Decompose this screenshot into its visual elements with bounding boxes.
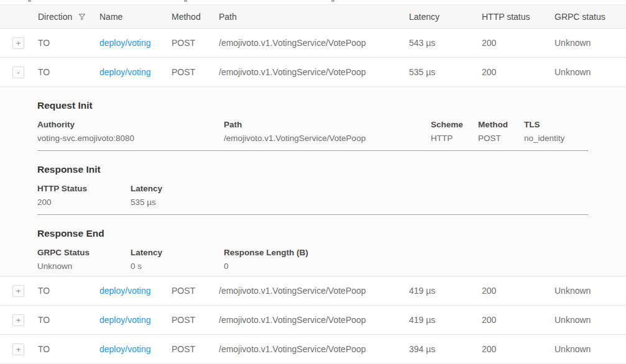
field-response-length: Response Length (B) 0: [224, 248, 626, 271]
field-scheme: Scheme HTTP: [431, 120, 478, 143]
method-cell: POST: [172, 67, 219, 77]
resource-link[interactable]: deploy/voting: [99, 315, 151, 325]
path-cell: /emojivoto.v1.VotingService/VotePoop: [219, 315, 409, 325]
table-row: + TO deploy/voting POST /emojivoto.v1.Vo…: [0, 306, 626, 335]
resource-link[interactable]: deploy/voting: [99, 286, 151, 296]
grpc-status-cell: Unknown: [555, 344, 626, 354]
section-title: Response End: [37, 227, 626, 240]
http-status-cell: 200: [482, 38, 555, 48]
latency-cell: 394 µs: [409, 344, 482, 354]
expand-row-button[interactable]: +: [12, 285, 24, 297]
path-cell: /emojivoto.v1.VotingService/VotePoop: [219, 286, 409, 296]
resource-link[interactable]: deploy/voting: [99, 67, 151, 77]
direction-cell: TO: [38, 315, 99, 325]
collapse-row-button[interactable]: -: [12, 66, 24, 78]
grpc-status-cell: Unknown: [555, 38, 626, 48]
field-value: 535 µs: [131, 198, 626, 207]
column-header-http-status: HTTP status: [482, 12, 555, 22]
field-method: Method POST: [478, 120, 524, 143]
path-cell: /emojivoto.v1.VotingService/VotePoop: [219, 38, 409, 48]
clipped-content-above: [0, 0, 626, 4]
grpc-status-cell: Unknown: [555, 315, 626, 325]
filter-icon[interactable]: [78, 12, 86, 21]
field-label: TLS: [524, 120, 626, 129]
http-status-cell: 200: [482, 67, 555, 77]
request-init-section: Request Init Authority voting-svc.emojiv…: [37, 87, 626, 151]
field-value: 0: [224, 262, 626, 271]
field-value: HTTP: [431, 134, 478, 143]
column-header-name: Name: [99, 12, 172, 22]
latency-cell: 543 µs: [409, 38, 482, 48]
field-label: HTTP Status: [37, 184, 131, 193]
field-value: 200: [37, 198, 131, 207]
method-cell: POST: [172, 38, 219, 48]
path-cell: /emojivoto.v1.VotingService/VotePoop: [219, 67, 409, 77]
field-label: GRPC Status: [37, 248, 131, 257]
direction-cell: TO: [38, 38, 99, 48]
field-http-status: HTTP Status 200: [37, 184, 131, 207]
direction-cell: TO: [38, 67, 99, 77]
field-value: /emojivoto.v1.VotingService/VotePoop: [224, 134, 431, 143]
table-row-expanded: - TO deploy/voting POST /emojivoto.v1.Vo…: [0, 58, 626, 87]
field-label: Scheme: [431, 120, 478, 129]
latency-cell: 419 µs: [409, 286, 482, 296]
column-header-grpc-status: GRPC status: [555, 12, 626, 22]
section-title: Response Init: [37, 163, 626, 176]
field-latency: Latency 0 s: [131, 248, 224, 271]
expand-row-button[interactable]: +: [12, 344, 24, 355]
http-status-cell: 200: [482, 286, 555, 296]
expand-row-button[interactable]: +: [12, 37, 24, 49]
column-header-latency: Latency: [409, 12, 482, 22]
field-value: 0 s: [131, 262, 224, 271]
request-detail-panel: Request Init Authority voting-svc.emojiv…: [0, 87, 626, 276]
field-label: Method: [478, 120, 524, 129]
column-header-direction: Direction: [38, 12, 99, 22]
field-label: Response Length (B): [224, 248, 626, 257]
latency-cell: 535 µs: [409, 67, 482, 77]
path-cell: /emojivoto.v1.VotingService/VotePoop: [219, 344, 409, 354]
column-header-method: Method: [172, 12, 219, 22]
field-value: no_identity: [524, 134, 626, 143]
field-label: Latency: [131, 184, 626, 193]
field-authority: Authority voting-svc.emojivoto:8080: [37, 120, 224, 143]
resource-link[interactable]: deploy/voting: [99, 344, 151, 354]
grpc-status-cell: Unknown: [555, 67, 626, 77]
response-init-section: Response Init HTTP Status 200 Latency 53…: [37, 151, 626, 215]
field-label: Path: [224, 120, 431, 129]
column-header-direction-label: Direction: [38, 12, 72, 22]
field-value: POST: [478, 134, 524, 143]
table-row: + TO deploy/voting POST /emojivoto.v1.Vo…: [0, 335, 626, 364]
table-row: + TO deploy/voting POST /emojivoto.v1.Vo…: [0, 276, 626, 306]
method-cell: POST: [172, 315, 219, 325]
latency-cell: 419 µs: [409, 315, 482, 325]
resource-link[interactable]: deploy/voting: [99, 38, 151, 48]
field-latency: Latency 535 µs: [131, 184, 626, 207]
field-tls: TLS no_identity: [524, 120, 626, 143]
http-status-cell: 200: [482, 315, 555, 325]
field-label: Authority: [37, 120, 224, 129]
field-value: Unknown: [37, 262, 131, 271]
expand-row-button[interactable]: +: [12, 314, 24, 326]
field-grpc-status: GRPC Status Unknown: [37, 248, 131, 271]
http-status-cell: 200: [482, 344, 555, 354]
table-row: + TO deploy/voting POST /emojivoto.v1.Vo…: [0, 29, 626, 58]
grpc-status-cell: Unknown: [555, 286, 626, 296]
column-header-path: Path: [219, 12, 409, 22]
tap-table-header: Direction Name Method Path Latency HTTP …: [0, 4, 626, 29]
field-value: voting-svc.emojivoto:8080: [37, 134, 224, 143]
section-title: Request Init: [37, 99, 626, 112]
field-label: Latency: [131, 248, 224, 257]
response-end-section: Response End GRPC Status Unknown Latency…: [37, 215, 626, 271]
direction-cell: TO: [38, 286, 99, 296]
field-path: Path /emojivoto.v1.VotingService/VotePoo…: [224, 120, 431, 143]
direction-cell: TO: [38, 344, 99, 354]
method-cell: POST: [172, 344, 219, 354]
method-cell: POST: [172, 286, 219, 296]
